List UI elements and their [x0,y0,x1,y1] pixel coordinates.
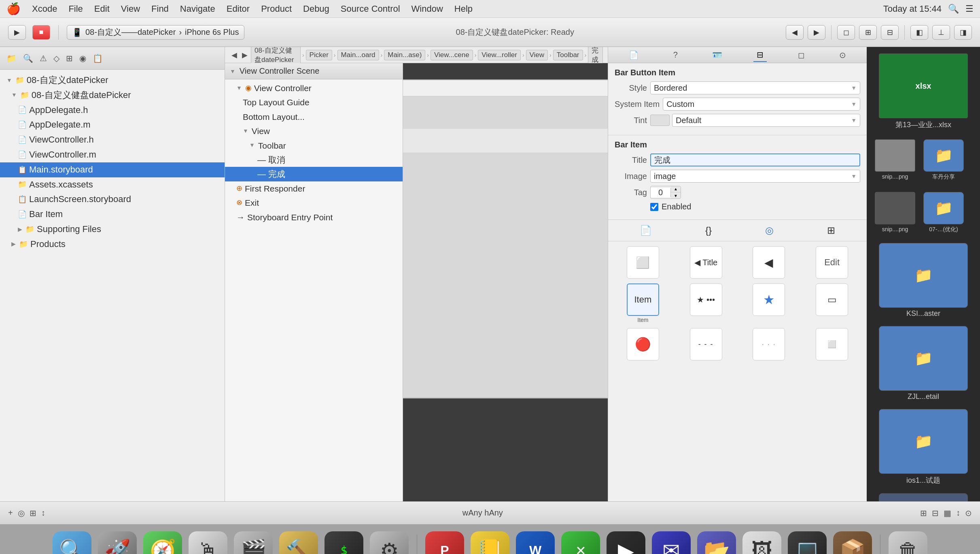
scene-top-layout[interactable]: Top Layout Guide [225,95,403,109]
nav-test-icon[interactable]: ◇ [53,53,59,63]
image-dropdown[interactable]: image ▼ [650,170,860,183]
breadcrumb-forward[interactable]: ▶ [240,50,249,60]
tint-swatch[interactable] [650,115,670,126]
system-item-dropdown[interactable]: Custom ▼ [663,98,860,111]
zoom-button[interactable]: ◎ [18,508,25,518]
menu-xcode[interactable]: Xcode [32,4,57,14]
dock-finder[interactable]: 🔍 [53,531,91,554]
scene-storyboard-entry[interactable]: → Storyboard Entry Point [225,210,403,224]
dock-notes[interactable]: 📒 [471,531,509,554]
bc-picker[interactable]: Picker [306,50,332,60]
baritem-dash1[interactable]: - - - [690,328,722,360]
constraints-button[interactable]: ⊙ [965,508,972,518]
bc-toolbar[interactable]: Toolbar [553,50,583,60]
dock-mouse[interactable]: 🖱 [189,531,227,554]
desktop-item-zjl[interactable]: 📁 ZJL...etail [870,323,977,404]
bc-viewcene[interactable]: View...cene [431,50,473,60]
nav-warning-icon[interactable]: ⚠ [40,53,47,63]
tab-connections[interactable]: ⊙ [836,49,849,62]
dock-quicktime[interactable]: 🎬 [234,531,273,554]
layout-button[interactable]: ↕ [956,508,960,518]
tree-launchscreen[interactable]: 📋 LaunchScreen.storyboard [0,192,225,207]
style-dropdown[interactable]: Bordered ▼ [650,81,860,94]
breadcrumb-back[interactable]: ◀ [230,50,239,60]
bc-wancheng[interactable]: 完成 [588,47,603,66]
menu-edit[interactable]: Edit [94,4,110,14]
menu-product[interactable]: Product [261,4,292,14]
dock-tools[interactable]: 🔨 [279,531,318,554]
desktop-item-desktop[interactable]: 🖥 桌面 [870,490,977,501]
dock-red-app[interactable]: P [425,531,464,554]
bc-mainboard[interactable]: Main...oard [337,50,379,60]
desktop-item-xlsx[interactable]: xlsx 第13—业业...xlsx [870,50,977,133]
scene-exit[interactable]: ⊗ Exit [225,196,403,210]
dock-dark1[interactable]: ▶ [607,531,645,554]
tree-infoplist[interactable]: 📄 Bar Item [0,207,225,222]
icon-tab-file[interactable]: 📄 [640,225,652,236]
tree-main-storyboard[interactable]: 📋 Main.storyboard [0,162,225,177]
editor-standard-button[interactable]: ◻ [837,25,855,40]
baritem-star-more[interactable]: ★ ••• [690,283,722,316]
tint-dropdown[interactable]: Default ▼ [672,114,860,127]
baritem-placeholder[interactable]: ⬜ [816,328,848,360]
dock-word[interactable]: W [516,531,555,554]
dock-system[interactable]: ⚙ [370,531,409,554]
menu-source-control[interactable]: Source Control [341,4,400,14]
scene-quxiao[interactable]: — 取消 [225,153,403,167]
baritem-circle[interactable]: 🔴 [627,328,659,360]
nav-left-button[interactable]: ◀ [786,25,804,40]
icon-tab-braces[interactable]: {} [705,225,712,236]
desktop-item-folder1[interactable]: 📁 车丹分享 [920,136,967,184]
tree-appdelegate-h[interactable]: 📄 AppDelegate.h [0,103,225,118]
debug-toggle-button[interactable]: ⊥ [932,25,950,40]
menu-window[interactable]: Window [412,4,443,14]
menu-file[interactable]: File [68,4,83,14]
search-icon[interactable]: 🔍 [948,4,959,14]
baritem-edit[interactable]: Edit [816,246,848,279]
menu-editor[interactable]: Editor [227,4,250,14]
run-button[interactable]: ▶ [8,25,26,40]
apple-menu[interactable]: 🍎 [6,2,21,15]
nav-debug-icon[interactable]: ⊞ [66,53,73,63]
navigator-toggle-button[interactable]: ◧ [910,25,928,40]
bc-view[interactable]: View [526,50,548,60]
baritem-dash2[interactable]: · · · [753,328,785,360]
nav-report-icon[interactable]: 📋 [93,53,103,63]
tab-size[interactable]: ◻ [795,49,808,62]
dock-safari[interactable]: 🧭 [143,531,182,554]
baritem-item[interactable]: Item [627,283,659,316]
tree-group[interactable]: ▼ 📁 08-自定义健盘datePicker [0,88,225,103]
grid-toggle[interactable]: ⊞ [920,508,927,518]
scene-wancheng[interactable]: — 完成 [225,167,403,181]
editor-assistant-button[interactable]: ⊞ [859,25,877,40]
nav-folder-icon[interactable]: 📁 [6,53,17,63]
scheme-selector[interactable]: 📱 08-自定义——datePicker › iPhone 6s Plus [67,25,244,40]
stop-button[interactable]: ■ [32,25,50,40]
baritem-back[interactable]: ◀ Title [690,246,722,279]
desktop-item-folder2[interactable]: 📁 07-…(优化) [920,189,967,237]
scene-view-controller[interactable]: ▼ ◉ View Controller [225,81,403,95]
tree-assets[interactable]: 📁 Assets.xcassets [0,177,225,192]
dock-mail[interactable]: ✉ [652,531,691,554]
bc-viewroller[interactable]: View...roller [478,50,521,60]
view-as-button[interactable]: ⊞ [30,508,36,518]
tab-quick-help[interactable]: ? [670,49,681,61]
desktop-item-ios1[interactable]: 📁 ios1...试题 [870,406,977,488]
size-grid-button[interactable]: ▦ [944,508,951,518]
menu-debug[interactable]: Debug [303,4,329,14]
scene-view[interactable]: ▼ View [225,124,403,138]
scene-bottom-layout[interactable]: Bottom Layout... [225,110,403,124]
nav-search-icon[interactable]: 🔍 [23,53,33,63]
tab-file[interactable]: 📄 [626,49,642,62]
enabled-checkbox[interactable] [650,203,658,211]
tree-appdelegate-m[interactable]: 📄 AppDelegate.m [0,117,225,132]
tree-products[interactable]: ▶ 📁 Products [0,237,225,252]
tree-supporting-files[interactable]: ▶ 📁 Supporting Files [0,222,225,237]
dock-screen[interactable]: 💻 [788,531,827,554]
baritem-star-solid[interactable]: ★ [753,283,785,316]
icon-tab-circle[interactable]: ◎ [765,225,774,236]
nav-breakpoint-icon[interactable]: ◉ [79,53,86,63]
tag-stepper[interactable]: 0 ▲ ▼ [650,186,681,199]
scene-toolbar[interactable]: ▼ Toolbar [225,138,403,153]
desktop-item-snip2[interactable]: snip....png [872,189,918,237]
